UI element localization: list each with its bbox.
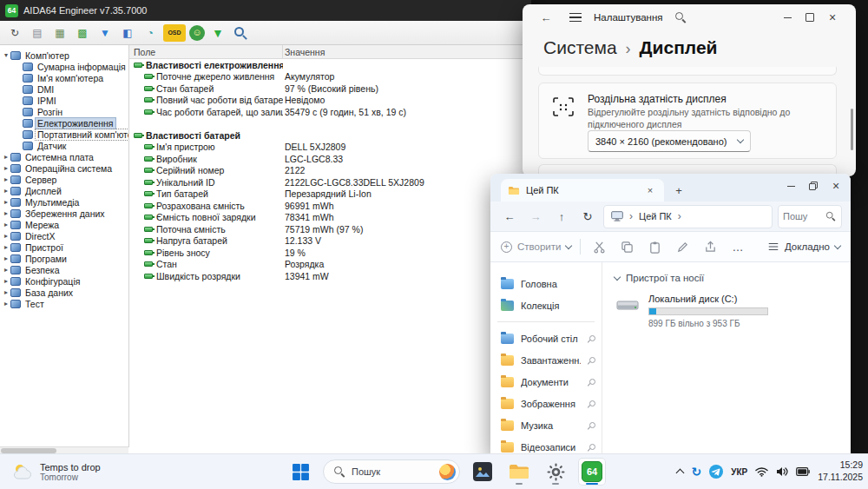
- clock[interactable]: 15:29 17.11.2025: [818, 459, 863, 483]
- tree-item[interactable]: Системна плата: [0, 151, 128, 162]
- tree-item[interactable]: Мультимедіа: [0, 196, 128, 208]
- tree-item[interactable]: DirectX: [0, 230, 128, 241]
- expander-icon[interactable]: [2, 52, 10, 59]
- tree-item[interactable]: Мережа: [0, 219, 128, 230]
- start-button[interactable]: [286, 458, 314, 486]
- address-bar[interactable]: Цей ПК: [603, 205, 773, 228]
- tree-item[interactable]: DMI: [0, 83, 128, 95]
- table-row[interactable]: Ємність повної зарядки 78341 mWh: [129, 212, 531, 224]
- expander-icon[interactable]: [2, 278, 10, 285]
- nav-menu-icon[interactable]: [569, 13, 582, 22]
- explorer-minimize-button[interactable]: [779, 177, 802, 195]
- app-explorer-button[interactable]: [505, 458, 533, 486]
- tree-item[interactable]: Комп'ютер: [0, 50, 128, 61]
- table-row[interactable]: Напруга батарей 12.133 V: [129, 235, 531, 248]
- app-photos-button[interactable]: [469, 458, 496, 486]
- rename-button[interactable]: [673, 237, 692, 256]
- table-row[interactable]: Стан батарей 97 % (Високий рівень): [129, 83, 531, 95]
- details-view-button[interactable]: Докладно: [767, 241, 840, 253]
- tree-item[interactable]: Безпека: [0, 264, 128, 275]
- table-row[interactable]: Поточне джерело живлення Акумулятор: [129, 71, 531, 83]
- sensorpanel-icon[interactable]: ☺: [189, 25, 205, 41]
- tree-item[interactable]: Ім'я комп'ютера: [0, 72, 128, 83]
- language-indicator[interactable]: УКР: [731, 467, 747, 477]
- expander-icon[interactable]: [2, 188, 10, 195]
- table-row[interactable]: Час роботи батарей, що залиши... 35479 с…: [129, 106, 531, 118]
- tree-item[interactable]: Датчик: [0, 140, 128, 151]
- cut-button[interactable]: [589, 237, 608, 256]
- table-row[interactable]: Повний час роботи від батарей Невідомо: [129, 95, 531, 107]
- column-header-field[interactable]: Поле: [129, 45, 283, 58]
- breadcrumb-chevron-icon[interactable]: [629, 210, 633, 222]
- settings-scrollbar[interactable]: [851, 109, 853, 150]
- table-row[interactable]: Рівень зносу 19 %: [129, 247, 531, 259]
- new-button[interactable]: Створити: [501, 241, 571, 253]
- table-row[interactable]: Властивості електроживлення: [129, 59, 531, 71]
- tree-item[interactable]: Програми: [0, 253, 128, 264]
- search-highlights-icon[interactable]: [439, 464, 456, 480]
- battery-icon[interactable]: [796, 467, 810, 476]
- more-button[interactable]: …: [728, 237, 747, 256]
- settings-search-icon[interactable]: [674, 11, 687, 23]
- table-row[interactable]: Тип батарей Перезарядний Li-Ion: [129, 188, 531, 201]
- share-button[interactable]: [700, 237, 720, 256]
- explorer-close-button[interactable]: [825, 177, 847, 195]
- new-tab-button[interactable]: [669, 181, 688, 200]
- osd-badge[interactable]: OSD: [163, 24, 186, 42]
- breadcrumb-chevron-icon[interactable]: [678, 210, 681, 222]
- resolution-dropdown[interactable]: 3840 × 2160 (рекомендовано): [588, 130, 751, 152]
- paste-button[interactable]: [645, 237, 664, 256]
- table-row[interactable]: Виробник LGC-LGC8.33: [129, 153, 531, 165]
- tree-item[interactable]: Операційна система: [0, 162, 128, 174]
- tree-item[interactable]: Сумарна інформація: [0, 61, 128, 72]
- chip-icon[interactable]: ▩: [73, 24, 92, 42]
- hidden-icons-button[interactable]: [677, 467, 683, 476]
- drive-c-item[interactable]: Локальний диск (C:) 899 ГБ вільно з 953 …: [615, 294, 788, 328]
- nav-refresh-button[interactable]: [577, 206, 598, 227]
- back-button[interactable]: [535, 9, 557, 26]
- download-icon[interactable]: ▼: [208, 24, 227, 42]
- tree-item[interactable]: База даних: [0, 287, 128, 298]
- aida64-titlebar[interactable]: 64 AIDA64 Engineer v7.35.7000: [0, 0, 531, 21]
- sidebar-item-gallery[interactable]: Колекція: [490, 294, 602, 316]
- app-settings-button[interactable]: [542, 458, 569, 486]
- sidebar-item-pictures[interactable]: Зображення: [490, 393, 602, 414]
- explorer-search-input[interactable]: Пошу: [778, 205, 842, 228]
- tree-item[interactable]: Портативний комп'ютер: [0, 129, 128, 140]
- expander-icon[interactable]: [2, 199, 10, 206]
- address-location[interactable]: Цей ПК: [639, 211, 672, 221]
- expander-icon[interactable]: [2, 301, 10, 307]
- column-header-value[interactable]: Значення: [283, 45, 531, 58]
- tree-item[interactable]: Тест: [0, 298, 128, 309]
- benchmark-icon[interactable]: ◔: [141, 24, 160, 42]
- minimize-button[interactable]: [776, 9, 799, 26]
- refresh-icon[interactable]: ↻: [5, 24, 24, 42]
- tree-item[interactable]: Сервер: [0, 174, 128, 185]
- sidebar-item-videos[interactable]: Відеозаписи: [490, 436, 602, 454]
- sidebar-item-downloads[interactable]: Завантаженн...: [490, 349, 602, 371]
- driver-update-icon[interactable]: ▼: [95, 24, 115, 42]
- expander-icon[interactable]: [2, 267, 10, 274]
- find-icon[interactable]: [231, 24, 250, 42]
- expander-icon[interactable]: [2, 221, 10, 228]
- weather-widget[interactable]: Temps to drop Tomorrow: [7, 458, 106, 486]
- report-icon[interactable]: ▤: [28, 24, 47, 42]
- table-row[interactable]: Властивості батарей: [129, 129, 531, 142]
- maximize-button[interactable]: [799, 9, 821, 26]
- settings-titlebar[interactable]: Налаштування: [523, 4, 856, 30]
- search-icon[interactable]: [825, 211, 836, 221]
- copy-button[interactable]: [617, 237, 636, 256]
- tab-this-pc[interactable]: Цей ПК: [501, 179, 664, 202]
- tree-item[interactable]: Збереження даних: [0, 208, 128, 219]
- table-row[interactable]: Стан Розрядка: [129, 259, 531, 271]
- taskbar-search[interactable]: Пошук: [323, 459, 460, 484]
- sidebar-item-desktop[interactable]: Робочий стіл: [490, 327, 602, 349]
- sync-tray-icon[interactable]: ↻: [691, 466, 701, 478]
- table-row[interactable]: Серійний номер 2122: [129, 165, 531, 177]
- volume-icon[interactable]: [776, 466, 788, 477]
- monitor-diag-icon[interactable]: ◧: [118, 24, 137, 42]
- expander-icon[interactable]: [2, 210, 10, 217]
- expander-icon[interactable]: [2, 233, 10, 240]
- app-aida64-button[interactable]: 64: [578, 458, 606, 486]
- tree-item[interactable]: Конфігурація: [0, 275, 128, 287]
